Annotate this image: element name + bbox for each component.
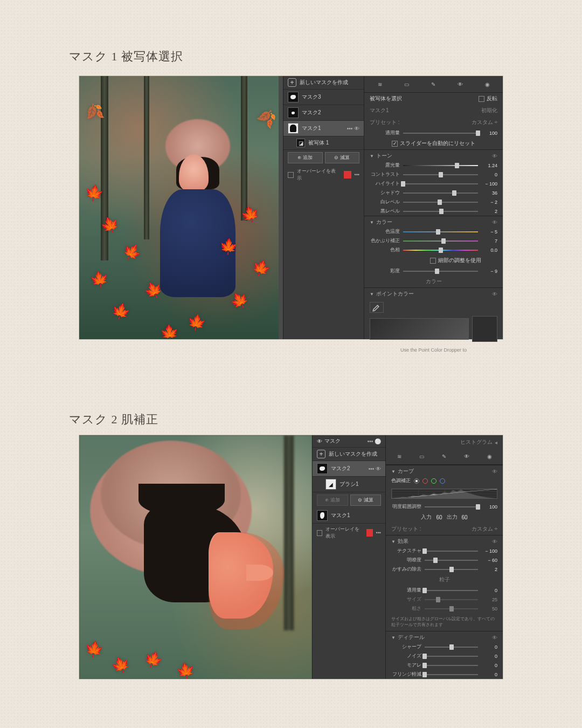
mask-item-actions[interactable]: ••• 👁 bbox=[369, 466, 381, 472]
b-radio[interactable] bbox=[440, 478, 445, 484]
range-adj-label: 明度範囲調整 bbox=[391, 503, 421, 510]
shadow-slider[interactable] bbox=[403, 192, 478, 194]
subtract-mask-button[interactable]: ⊖ 減算 bbox=[350, 495, 382, 506]
mask-label: ブラシ1 bbox=[340, 480, 359, 488]
invert-toggle[interactable]: 反転 bbox=[479, 95, 497, 102]
linear-grad-icon[interactable]: ▭ bbox=[417, 451, 427, 461]
tone-curve[interactable] bbox=[391, 489, 497, 499]
overlay-label: オーバーレイを表示 bbox=[297, 168, 341, 182]
slider-label: 適用量 bbox=[391, 587, 421, 594]
eye-icon[interactable]: 👁 bbox=[455, 79, 465, 89]
eye-icon[interactable]: 👁 bbox=[492, 469, 497, 475]
eye-icon[interactable]: 👁 bbox=[492, 153, 497, 159]
color-section-header[interactable]: ▼カラー👁 bbox=[364, 216, 503, 227]
dehaze-slider[interactable] bbox=[425, 568, 478, 571]
tone-section-header[interactable]: ▼トーン👁 bbox=[364, 149, 503, 161]
overlay-checkbox[interactable] bbox=[288, 172, 294, 178]
eye-icon[interactable]: 👁 bbox=[462, 451, 472, 461]
grain-amount-slider[interactable] bbox=[425, 589, 478, 592]
slider-label: 露光量 bbox=[370, 162, 400, 169]
eye-icon[interactable]: 👁 bbox=[492, 291, 497, 297]
overlay-more-icon[interactable]: ••• bbox=[355, 172, 359, 177]
slider-value: 25 bbox=[481, 597, 497, 602]
mask-item-1[interactable]: マスク1 ••• 👁 bbox=[283, 121, 364, 136]
g-radio[interactable] bbox=[431, 478, 436, 484]
effect-section-header[interactable]: ▼効果👁 bbox=[386, 535, 503, 546]
radial-icon[interactable]: ◉ bbox=[484, 451, 494, 461]
adjust-icon[interactable]: ≋ bbox=[375, 79, 385, 89]
hue-slider[interactable] bbox=[403, 249, 478, 251]
point-color-range[interactable] bbox=[370, 318, 469, 340]
screenshot-1: 🍁 🍁 🍁 🍁 🍁 🍁 🍁 🍁 🍁 🍁 🍁 🍁 🍂 🍂 + 新しいマスクを作成 … bbox=[79, 75, 503, 340]
mask-subitem-subject[interactable]: ◪ 被写体 1 bbox=[283, 136, 364, 150]
texture-slider[interactable] bbox=[425, 550, 478, 552]
mask-subitem-brush[interactable]: ◢ ブラシ1 bbox=[313, 477, 385, 492]
overlay-checkbox[interactable] bbox=[317, 530, 322, 536]
clarity-slider[interactable] bbox=[425, 559, 478, 561]
amount-label: 適用量 bbox=[370, 129, 400, 136]
slider-label: 粗さ bbox=[391, 605, 421, 612]
create-mask-row[interactable]: + 新しいマスクを作成 bbox=[313, 448, 385, 461]
overlay-color-swatch[interactable] bbox=[344, 171, 351, 178]
pointcolor-section-header[interactable]: ▼ポイントカラー👁 bbox=[364, 287, 503, 299]
create-mask-row[interactable]: + 新しいマスクを作成 bbox=[283, 76, 364, 90]
slider-label: ハイライト bbox=[370, 180, 400, 187]
slider-label: 色温度 bbox=[370, 228, 400, 235]
add-mask-button[interactable]: ⊕ 追加 bbox=[288, 152, 323, 163]
moire-slider[interactable] bbox=[425, 664, 478, 667]
reset-button[interactable]: 初期化 bbox=[481, 107, 497, 114]
noise-slider[interactable] bbox=[425, 655, 478, 657]
grain-size-slider[interactable] bbox=[425, 599, 478, 601]
slider-value: 1.24 bbox=[481, 163, 497, 168]
saturation-slider[interactable] bbox=[403, 270, 478, 272]
tint-slider[interactable] bbox=[403, 240, 478, 242]
point-color-swatch[interactable] bbox=[472, 316, 497, 342]
grain-rough-slider[interactable] bbox=[425, 608, 478, 610]
color-dropper-icon[interactable] bbox=[370, 302, 384, 313]
detail-section-header[interactable]: ▼ディテール👁 bbox=[386, 631, 503, 642]
eye-icon[interactable]: 👁 bbox=[492, 219, 497, 225]
brush-icon[interactable]: ✎ bbox=[439, 451, 449, 461]
fine-adjust-checkbox[interactable] bbox=[430, 258, 436, 264]
rgb-radio[interactable] bbox=[414, 478, 419, 484]
defringe-slider[interactable] bbox=[425, 674, 478, 676]
mask-item-2[interactable]: マスク2 ••• 👁 bbox=[313, 461, 385, 477]
eye-icon[interactable]: 👁 bbox=[492, 635, 497, 641]
heading-mask1: マスク 1 被写体選択 bbox=[69, 49, 183, 65]
overlay-color-swatch[interactable] bbox=[366, 529, 373, 537]
exposure-slider[interactable] bbox=[403, 164, 478, 167]
black-slider[interactable] bbox=[403, 210, 478, 212]
range-slider[interactable] bbox=[425, 506, 478, 508]
linear-grad-icon[interactable]: ▭ bbox=[402, 79, 412, 89]
mask-item-2[interactable]: マスク2 bbox=[283, 105, 364, 121]
amount-slider[interactable] bbox=[403, 132, 478, 134]
eye-icon[interactable]: 👁 bbox=[317, 438, 322, 444]
auto-reset-checkbox[interactable] bbox=[392, 141, 398, 147]
curve-channel-row: 色調補正 bbox=[386, 476, 503, 485]
eye-icon[interactable]: 👁 bbox=[492, 539, 497, 545]
mask-item-actions[interactable]: ••• 👁 bbox=[347, 126, 359, 132]
curve-section-header[interactable]: ▼カーブ👁 bbox=[386, 465, 503, 476]
r-radio[interactable] bbox=[422, 478, 428, 484]
white-slider[interactable] bbox=[403, 201, 478, 203]
subtract-mask-button[interactable]: ⊖ 減算 bbox=[325, 152, 360, 163]
mask-header-actions[interactable]: ••• ⚪ bbox=[368, 438, 381, 444]
mask-item-3[interactable]: マスク3 bbox=[283, 90, 364, 105]
preset-value[interactable]: カスタム ÷ bbox=[472, 525, 497, 533]
mask-tool-row: ≋ ▭ ✎ 👁 ◉ bbox=[364, 76, 503, 93]
slider-value: 7 bbox=[481, 238, 497, 244]
add-mask-button[interactable]: ⊕ 追加 bbox=[317, 495, 348, 506]
temp-slider[interactable] bbox=[403, 231, 478, 233]
radial-icon[interactable]: ◉ bbox=[482, 79, 492, 89]
adjust-icon[interactable]: ≋ bbox=[394, 451, 404, 461]
sharpen-slider[interactable] bbox=[425, 646, 478, 648]
brush-icon[interactable]: ✎ bbox=[428, 79, 438, 89]
highlight-slider[interactable] bbox=[403, 183, 478, 185]
slider-label: シャドウ bbox=[370, 189, 400, 196]
overlay-toggle-row[interactable]: オーバーレイを表示 ••• bbox=[283, 166, 364, 184]
contrast-slider[interactable] bbox=[403, 174, 478, 176]
overlay-more-icon[interactable]: ••• bbox=[376, 530, 381, 535]
mask-item-1[interactable]: マスク1 bbox=[313, 508, 385, 524]
preset-value[interactable]: カスタム ÷ bbox=[472, 119, 497, 126]
overlay-toggle-row[interactable]: オーバーレイを表示 ••• bbox=[313, 524, 385, 542]
